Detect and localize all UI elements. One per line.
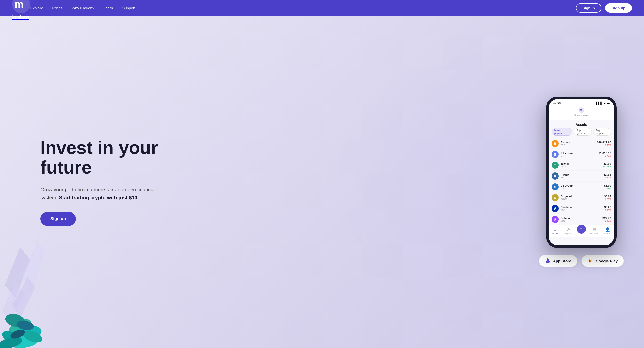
phone-nav-explore[interactable]: ⊙ Explore (562, 227, 575, 235)
asset-row[interactable]: $ USD Coin USDC $1.00 +0.01% (552, 182, 611, 192)
signin-button[interactable]: Sign in (576, 3, 601, 13)
nav-why-kraken[interactable]: Why Kraken? (72, 6, 94, 10)
asset-row[interactable]: ✕ Ripple XRP $0.61 -1.82% (552, 171, 611, 182)
asset-change: -1.09% (602, 220, 611, 222)
phone-time: 12:04 (553, 101, 561, 105)
asset-name: Ripple (561, 173, 604, 176)
show-more-link[interactable]: Show more ▾ (549, 114, 614, 117)
asset-icon: ◎ (552, 216, 559, 223)
svg-text:m: m (579, 108, 582, 112)
explore-icon: ⊙ (567, 227, 570, 232)
asset-icon: Ξ (552, 151, 559, 158)
asset-price: $0.99 +0.01% (603, 162, 611, 168)
asset-value: $1,813.18 (599, 152, 611, 155)
asset-change: -0.60% (604, 209, 611, 211)
asset-value: $0.99 (603, 162, 611, 165)
asset-change: -0.52% (597, 144, 611, 146)
assets-title: Assets (549, 120, 614, 128)
asset-change: +0.01% (603, 187, 611, 190)
status-icons: ▐▐▐▐ ▲ ▬ (595, 102, 610, 105)
asset-value: $0.07 (604, 195, 611, 198)
asset-value: $1.00 (603, 184, 611, 187)
nav-learn[interactable]: Learn (103, 6, 113, 10)
asset-icon: Ð (552, 194, 559, 201)
asset-row[interactable]: ₳ Cardano ADA $0.28 -0.60% (552, 203, 611, 214)
phone-mockup: 12:04 ▐▐▐▐ ▲ ▬ m Show more ▾ (546, 97, 617, 248)
navigation: m kraken Explore Prices Why Kraken? Lear… (0, 0, 644, 16)
nav-support[interactable]: Support (122, 6, 135, 10)
asset-price: $0.07 -1.22% (604, 195, 611, 200)
asset-symbol: BTC (561, 144, 597, 146)
asset-icon: ₿ (552, 140, 559, 147)
apple-icon (545, 258, 551, 264)
asset-info: Cardano ADA (561, 206, 604, 211)
phone-nav-home-label: Home (552, 232, 558, 235)
chevron-down-icon: ▾ (587, 114, 589, 117)
asset-change: -1.82% (604, 176, 611, 179)
phone-app-header: m Show more ▾ (549, 106, 614, 120)
nav-explore[interactable]: Explore (30, 6, 43, 10)
asset-name: USD Coin (561, 184, 603, 187)
hero-section: Invest in your future Grow your portfoli… (0, 16, 644, 348)
asset-info: Ethereum ETH (561, 152, 599, 157)
hero-description: Grow your portfolio in a more fair and o… (40, 186, 156, 202)
asset-info: Tether USDT (561, 162, 603, 168)
app-store-button[interactable]: App Store (539, 255, 578, 267)
asset-price: $1,813.18 -0.72% (599, 152, 611, 157)
hero-content: Invest in your future Grow your portfoli… (40, 138, 186, 226)
signal-icon: ▐▐▐▐ (595, 102, 602, 105)
asset-icon: $ (552, 183, 559, 190)
asset-change: -1.22% (604, 198, 611, 200)
asset-change: -0.72% (599, 155, 611, 157)
asset-symbol: ADA (561, 209, 604, 211)
asset-list: ₿ Bitcoin BTC $28,621.60 -0.52% Ξ Ethere… (549, 138, 614, 225)
asset-name: Bitcoin (561, 141, 597, 144)
home-icon: ⌂ (554, 227, 556, 232)
tab-top-gainers[interactable]: Top gainers (574, 128, 592, 136)
asset-price: $1.00 +0.01% (603, 184, 611, 190)
asset-symbol: ETH (561, 155, 599, 157)
asset-row[interactable]: T Tether USDT $0.99 +0.01% (552, 160, 611, 171)
asset-price: $28,621.60 -0.52% (597, 141, 611, 146)
phone-nav-portfolio-label: Portfolio (590, 232, 598, 235)
asset-change: +0.01% (603, 165, 611, 168)
google-play-label: Google Play (596, 259, 618, 263)
battery-icon: ▬ (607, 102, 610, 105)
asset-value: $28,621.60 (597, 141, 611, 144)
trade-center-button[interactable]: ⟳ (577, 225, 586, 234)
nav-prices[interactable]: Prices (52, 6, 63, 10)
logo[interactable]: m kraken (12, 0, 30, 21)
asset-name: Solana (561, 217, 602, 220)
tab-big-dippers[interactable]: Big dippers (593, 128, 611, 136)
asset-info: USD Coin USDC (561, 184, 603, 190)
asset-row[interactable]: ₿ Bitcoin BTC $28,621.60 -0.52% (552, 138, 611, 149)
asset-name: Tether (561, 162, 603, 165)
asset-row[interactable]: Ð Dogecoin DOGE $0.07 -1.22% (552, 192, 611, 203)
asset-icon: ✕ (552, 172, 559, 180)
portfolio-icon: ▤ (592, 227, 596, 232)
phone-nav-portfolio[interactable]: ▤ Portfolio (588, 227, 601, 235)
phone-nav-trade[interactable]: ⟳ (575, 227, 588, 235)
phone-nav-home[interactable]: ⌂ Home (549, 227, 561, 235)
asset-tabs: Most popular Top gainers Big dippers (549, 128, 614, 138)
asset-name: Cardano (561, 206, 604, 209)
asset-value: $0.61 (604, 173, 611, 176)
google-play-button[interactable]: Google Play (581, 255, 624, 267)
phone-nav-account-label: Account (603, 232, 612, 235)
asset-name: Dogecoin (561, 195, 604, 198)
tab-most-popular[interactable]: Most popular (552, 128, 572, 136)
play-icon (588, 258, 593, 264)
phone-bottom-nav: ⌂ Home ⊙ Explore ⟳ ▤ Portfolio (549, 225, 614, 237)
asset-row[interactable]: ◎ Solana SOL $22.72 -1.09% (552, 214, 611, 225)
asset-symbol: SOL (561, 220, 602, 222)
asset-symbol: USDT (561, 165, 603, 168)
store-buttons: App Store Google Play (539, 255, 624, 267)
logo-text: kraken (12, 14, 29, 20)
asset-symbol: XRP (561, 176, 604, 179)
signup-button-hero[interactable]: Sign up (40, 212, 76, 226)
asset-row[interactable]: Ξ Ethereum ETH $1,813.18 -0.72% (552, 149, 611, 160)
asset-symbol: USDC (561, 187, 603, 190)
phone-nav-account[interactable]: 👤 Account (601, 227, 614, 235)
signup-button-nav[interactable]: Sign up (605, 3, 632, 13)
asset-value: $22.72 (602, 217, 611, 220)
